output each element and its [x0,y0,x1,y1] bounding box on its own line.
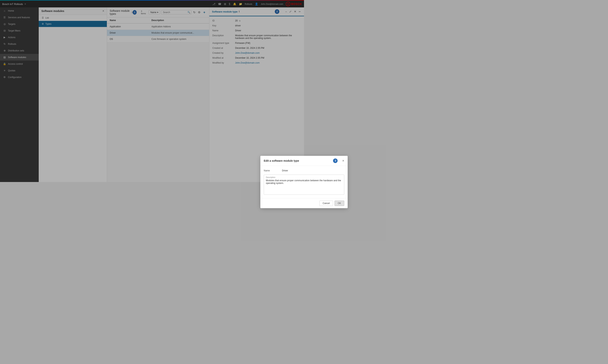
modal-header: Edit a software module type 3 × [260,156,304,166]
modal-description-textarea[interactable]: Modules that ensure proper communication… [266,179,304,182]
modal-name-value: Driver [282,169,288,172]
modal-overlay: Edit a software module type 3 × Name Dri… [0,0,304,182]
modal-title: Edit a software module type [264,159,299,162]
edit-modal: Edit a software module type 3 × Name Dri… [260,156,304,182]
modal-name-row: Name Driver [264,169,304,172]
modal-name-label: Name [264,169,279,172]
modal-description-wrap: Description Modules that ensure proper c… [264,175,304,182]
modal-body: Name Driver Description Modules that ens… [260,166,304,182]
modal-description-label: Description [266,176,304,178]
